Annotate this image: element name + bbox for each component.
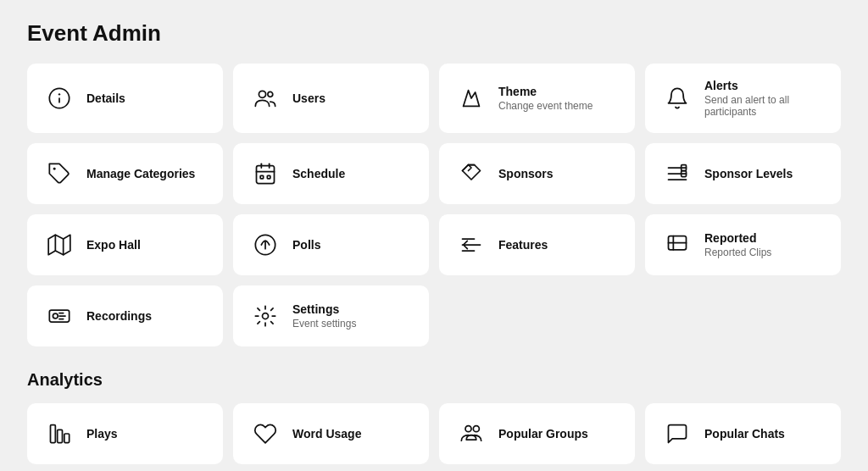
card-polls[interactable]: Polls: [233, 214, 429, 275]
card-title-popular-chats: Popular Chats: [704, 427, 785, 441]
svg-point-38: [473, 426, 479, 432]
card-sponsors[interactable]: Sponsors: [439, 143, 635, 204]
reported-icon: [662, 230, 693, 260]
card-subtitle-reported: Reported Clips: [704, 247, 771, 258]
card-title-expo-hall: Expo Hall: [86, 238, 141, 252]
svg-point-37: [465, 426, 471, 432]
svg-rect-34: [51, 425, 56, 443]
card-title-recordings: Recordings: [86, 309, 152, 323]
card-expo-hall[interactable]: Expo Hall: [27, 214, 223, 275]
map-icon: [44, 230, 75, 260]
info-icon: [44, 83, 75, 114]
card-title-plays: Plays: [86, 427, 118, 441]
popular-chats-icon: [662, 418, 693, 449]
card-title-sponsor-levels: Sponsor Levels: [704, 167, 793, 180]
sponsors-icon: [456, 158, 487, 189]
svg-rect-10: [260, 175, 264, 179]
svg-point-3: [259, 91, 265, 97]
admin-grid: Details Users Theme Change event theme A…: [27, 64, 841, 346]
popular-groups-icon: [456, 418, 487, 449]
card-title-sponsors: Sponsors: [498, 167, 554, 180]
svg-rect-36: [64, 434, 70, 443]
card-reported[interactable]: Reported Reported Clips: [645, 214, 841, 275]
card-title-manage-categories: Manage Categories: [86, 167, 195, 180]
alerts-icon: [662, 83, 693, 114]
users-icon: [250, 83, 281, 114]
card-recordings[interactable]: Recordings: [27, 285, 223, 346]
theme-icon: [456, 83, 487, 114]
tag-icon: [44, 158, 75, 189]
page-title: Event Admin: [27, 20, 841, 47]
card-users[interactable]: Users: [233, 64, 429, 133]
card-title-popular-groups: Popular Groups: [498, 427, 588, 441]
card-manage-categories[interactable]: Manage Categories: [27, 143, 223, 204]
svg-rect-35: [58, 429, 63, 442]
card-subtitle-theme: Change event theme: [498, 100, 593, 112]
svg-rect-6: [257, 166, 275, 184]
polls-icon: [250, 230, 281, 260]
sponsor-levels-icon: [662, 158, 693, 189]
card-title-users: Users: [292, 91, 326, 105]
schedule-icon: [250, 158, 281, 189]
card-details[interactable]: Details: [27, 64, 223, 133]
card-alerts[interactable]: Alerts Send an alert to all participants: [645, 64, 841, 133]
heart-icon: [250, 418, 281, 449]
card-title-features: Features: [498, 238, 548, 252]
card-title-details: Details: [86, 91, 125, 105]
svg-point-33: [263, 313, 269, 319]
card-popular-chats[interactable]: Popular Chats: [645, 403, 841, 464]
analytics-grid: Plays Word Usage Popular Groups Popular …: [27, 403, 841, 471]
svg-point-4: [268, 91, 273, 97]
card-plays[interactable]: Plays: [27, 403, 223, 464]
analytics-title: Analytics: [27, 370, 841, 390]
recordings-icon: [44, 301, 75, 331]
plays-icon: [44, 418, 75, 449]
card-title-reported: Reported: [704, 231, 771, 245]
card-title-word-usage: Word Usage: [292, 427, 361, 441]
settings-icon: [250, 301, 281, 331]
card-title-polls: Polls: [292, 238, 320, 252]
card-features[interactable]: Features: [439, 214, 635, 275]
svg-point-29: [53, 313, 58, 319]
svg-rect-11: [267, 175, 270, 179]
card-subtitle-alerts: Send an alert to all participants: [704, 94, 824, 118]
card-popular-groups[interactable]: Popular Groups: [439, 403, 635, 464]
features-icon: [456, 230, 487, 260]
card-title-settings: Settings: [292, 302, 356, 316]
card-word-usage[interactable]: Word Usage: [233, 403, 429, 464]
card-title-schedule: Schedule: [292, 167, 345, 180]
card-subtitle-settings: Event settings: [292, 318, 356, 330]
card-title-alerts: Alerts: [704, 79, 824, 92]
card-schedule[interactable]: Schedule: [233, 143, 429, 204]
card-sponsor-levels[interactable]: Sponsor Levels: [645, 143, 841, 204]
svg-marker-17: [48, 235, 70, 254]
card-settings[interactable]: Settings Event settings: [233, 285, 429, 346]
card-title-theme: Theme: [498, 85, 593, 98]
card-theme[interactable]: Theme Change event theme: [439, 64, 635, 133]
